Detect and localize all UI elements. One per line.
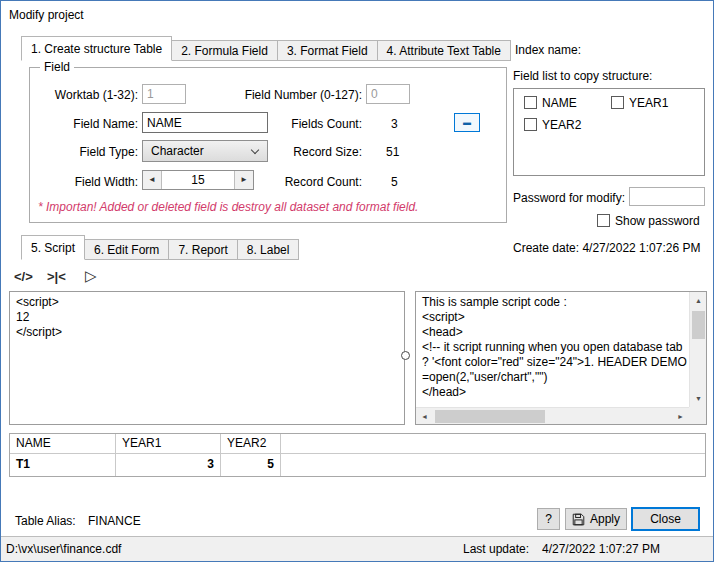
record-count-value: 5 xyxy=(391,175,398,190)
tab-attribute-text-table[interactable]: 4. Attribute Text Table xyxy=(377,40,511,61)
field-group: Field Worktab (1-32): Field Number (0-12… xyxy=(29,67,507,223)
column-header-year2[interactable]: YEAR2 xyxy=(221,434,281,453)
field-list-item-label: NAME xyxy=(542,96,577,110)
tab-edit-form[interactable]: 6. Edit Form xyxy=(84,239,169,260)
tab-label[interactable]: 8. Label xyxy=(237,239,300,260)
close-button[interactable]: Close xyxy=(631,507,700,531)
worktab-input[interactable] xyxy=(142,84,186,104)
sample-script-text: This is sample script code : <script> <h… xyxy=(416,292,689,407)
column-header-name[interactable]: NAME xyxy=(10,434,116,453)
scrollbar-corner xyxy=(689,407,706,424)
vertical-scroll-thumb[interactable] xyxy=(692,311,705,339)
field-list-box: NAME YEAR1 YEAR2 xyxy=(513,88,705,176)
checkbox-icon[interactable] xyxy=(611,96,624,109)
tab-formula-field[interactable]: 2. Formula Field xyxy=(171,40,278,61)
show-password-label: Show password xyxy=(615,214,700,228)
worktab-label: Worktab (1-32): xyxy=(36,88,138,103)
window-title: Modify project xyxy=(9,8,84,22)
field-number-input[interactable] xyxy=(366,84,410,104)
table-alias-label: Table Alias: xyxy=(15,514,76,529)
stepper-left-arrow-icon[interactable]: ◄ xyxy=(143,171,162,189)
column-header-year1[interactable]: YEAR1 xyxy=(116,434,221,453)
cell-year1[interactable]: 3 xyxy=(116,454,221,476)
field-number-label: Field Number (0-127): xyxy=(216,88,362,103)
code-icon[interactable]: </> xyxy=(14,269,33,284)
remove-field-button[interactable]: ▬ xyxy=(454,113,480,132)
minus-icon: ▬ xyxy=(463,118,471,127)
sample-script-pane: This is sample script code : <script> <h… xyxy=(415,291,707,425)
fields-count-value: 3 xyxy=(391,117,398,132)
fields-count-label: Fields Count: xyxy=(216,117,362,132)
cell-year2[interactable]: 5 xyxy=(221,454,281,476)
last-update-value: 4/27/2022 1:07:27 PM xyxy=(542,542,660,557)
vertical-scrollbar[interactable]: ▲ ▼ xyxy=(689,292,706,407)
record-size-label: Record Size: xyxy=(216,145,362,160)
tab-report[interactable]: 7. Report xyxy=(168,239,237,260)
cell-name[interactable]: T1 xyxy=(10,454,116,476)
checkbox-icon[interactable] xyxy=(524,96,537,109)
field-list-item-year1[interactable]: YEAR1 xyxy=(611,96,668,110)
checkbox-icon[interactable] xyxy=(597,214,610,227)
field-list-item-label: YEAR2 xyxy=(542,118,581,132)
script-editor[interactable]: <script> 12 </script> xyxy=(9,291,405,425)
checkbox-icon[interactable] xyxy=(524,118,537,131)
tab-script[interactable]: 5. Script xyxy=(21,235,85,260)
collapse-icon[interactable]: >|< xyxy=(47,269,66,284)
data-preview-table: NAME YEAR1 YEAR2 T1 3 5 xyxy=(9,433,706,477)
scroll-right-icon[interactable]: ► xyxy=(672,408,689,425)
field-list-item-year2[interactable]: YEAR2 xyxy=(524,118,581,132)
destroy-warning-text: * Importan! Added or deleted field is de… xyxy=(38,200,418,214)
field-type-label: Field Type: xyxy=(36,145,138,160)
close-button-label: Close xyxy=(650,512,681,526)
save-icon xyxy=(572,513,585,526)
horizontal-scroll-thumb[interactable] xyxy=(435,410,545,423)
field-name-label: Field Name: xyxy=(36,117,138,132)
field-group-legend: Field xyxy=(40,60,74,74)
record-count-label: Record Count: xyxy=(216,175,362,190)
field-list-label: Field list to copy structure: xyxy=(513,69,652,84)
splitter-handle[interactable] xyxy=(401,351,410,360)
scroll-down-icon[interactable]: ▼ xyxy=(690,390,707,407)
cell-empty xyxy=(281,454,705,476)
scroll-up-icon[interactable]: ▲ xyxy=(690,292,707,309)
show-password-checkbox[interactable]: Show password xyxy=(597,214,700,228)
index-name-label: Index name: xyxy=(515,43,581,58)
status-bar: D:\vx\user\finance.cdf Last update: 4/27… xyxy=(1,536,713,561)
horizontal-scrollbar[interactable]: ◄ ► xyxy=(416,407,689,424)
file-path: D:\vx\user\finance.cdf xyxy=(6,542,121,557)
create-date-value: 4/27/2022 1:07:26 PM xyxy=(582,241,700,255)
tab-create-structure-table[interactable]: 1. Create structure Table xyxy=(21,36,172,61)
create-date-label: Create date: xyxy=(513,241,579,255)
script-tab-strip: 5. Script 6. Edit Form 7. Report 8. Labe… xyxy=(21,235,299,260)
column-header-empty xyxy=(281,434,705,453)
tab-format-field[interactable]: 3. Format Field xyxy=(277,40,378,61)
apply-button[interactable]: Apply xyxy=(565,508,627,530)
field-list-item-name[interactable]: NAME xyxy=(524,96,577,110)
field-list-item-label: YEAR1 xyxy=(629,96,668,110)
table-row[interactable]: T1 3 5 xyxy=(10,454,705,476)
help-button-label: ? xyxy=(545,512,552,526)
help-button[interactable]: ? xyxy=(537,508,560,530)
run-script-icon[interactable]: ▷ xyxy=(85,267,97,285)
password-input[interactable] xyxy=(629,187,705,206)
table-alias-value: FINANCE xyxy=(88,514,141,529)
modify-project-dialog: Modify project 1. Create structure Table… xyxy=(0,0,714,562)
scroll-left-icon[interactable]: ◄ xyxy=(416,408,433,425)
password-label: Password for modify: xyxy=(513,191,625,206)
table-header-row: NAME YEAR1 YEAR2 xyxy=(10,434,705,454)
record-size-value: 51 xyxy=(386,145,399,160)
structure-tab-strip: 1. Create structure Table 2. Formula Fie… xyxy=(21,36,511,61)
create-date: Create date: 4/27/2022 1:07:26 PM xyxy=(513,241,700,256)
field-type-value: Character xyxy=(151,144,204,158)
apply-button-label: Apply xyxy=(590,512,620,526)
last-update-label: Last update: xyxy=(463,542,529,557)
field-width-label: Field Width: xyxy=(36,175,138,190)
